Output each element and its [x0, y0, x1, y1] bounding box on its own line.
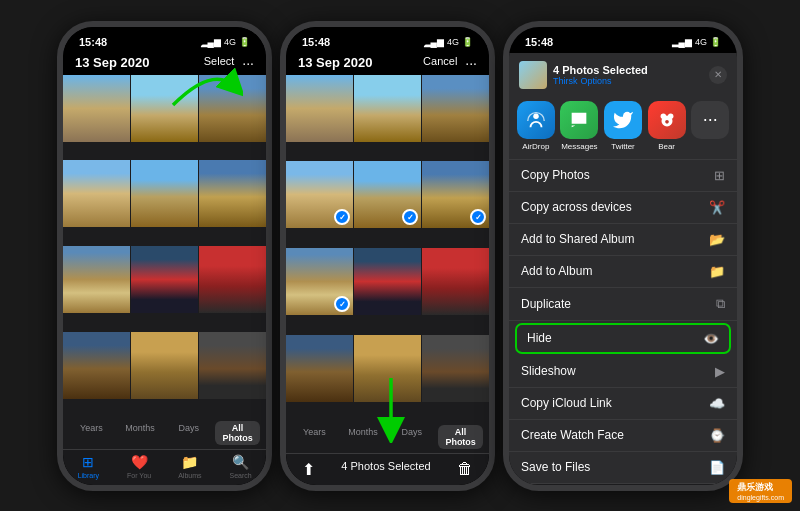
app-icons-row: AirDrop Messages Twitter — [509, 93, 737, 160]
status-icons-2: ▂▄▆ 4G 🔋 — [424, 37, 473, 47]
nav-tab-allphotos-2[interactable]: All Photos — [438, 425, 483, 449]
duplicate-label: Duplicate — [521, 297, 571, 311]
cancel-button-2[interactable]: Cancel — [423, 55, 457, 71]
select-button-1[interactable]: Select — [204, 55, 235, 71]
4g-label-3: 4G — [695, 37, 707, 47]
battery-icon-3: 🔋 — [710, 37, 721, 47]
menu-copy-across-devices[interactable]: Copy across devices ✂️ — [509, 192, 737, 224]
photo-cell-1-10[interactable] — [63, 332, 130, 399]
menu-copy-photos[interactable]: Copy Photos ⊞ — [509, 160, 737, 192]
photo-cell-1-7[interactable] — [63, 246, 130, 313]
app-icon-messages[interactable]: Messages — [559, 101, 601, 151]
photo-cell-2-2[interactable] — [354, 75, 421, 142]
nav-tab-months-2[interactable]: Months — [341, 425, 386, 449]
photos-header-1: 13 Sep 2020 Select ··· — [63, 53, 266, 75]
photo-cell-2-12[interactable] — [422, 335, 489, 402]
photo-cell-2-5[interactable] — [354, 161, 421, 228]
share-menu-list: Copy Photos ⊞ Copy across devices ✂️ Add… — [509, 160, 737, 484]
phone-2-inner: 15:48 ▂▄▆ 4G 🔋 13 Sep 2020 Cancel ··· — [286, 27, 489, 485]
share-subtitle-options[interactable]: Options — [581, 76, 612, 86]
app-icon-twitter[interactable]: Twitter — [602, 101, 644, 151]
photo-cell-1-4[interactable] — [63, 160, 130, 227]
main-container: 15:48 ▂▄▆ 4G 🔋 13 Sep 2020 Select ··· — [49, 11, 751, 501]
photo-cell-1-1[interactable] — [63, 75, 130, 142]
check-4 — [334, 209, 350, 225]
hide-label: Hide — [527, 331, 552, 345]
phone-2: 15:48 ▂▄▆ 4G 🔋 13 Sep 2020 Cancel ··· — [280, 21, 495, 491]
nav-tab-years-2[interactable]: Years — [292, 425, 337, 449]
more-button-1[interactable]: ··· — [242, 55, 254, 71]
photo-cell-2-1[interactable] — [286, 75, 353, 142]
photo-cell-2-9[interactable] — [422, 248, 489, 315]
save-files-icon: 📄 — [709, 460, 725, 475]
photo-cell-1-11[interactable] — [131, 332, 198, 399]
status-icons-3: ▂▄▆ 4G 🔋 — [672, 37, 721, 47]
photo-cell-1-2[interactable] — [131, 75, 198, 142]
save-files-label: Save to Files — [521, 460, 590, 474]
foryou-icon: ❤️ — [131, 454, 148, 470]
photo-cell-2-8[interactable] — [354, 248, 421, 315]
check-5 — [402, 209, 418, 225]
share-subtitle-thirsk[interactable]: Thirsk — [553, 76, 578, 86]
photo-cell-2-3[interactable] — [422, 75, 489, 142]
delete-icon[interactable]: 🗑 — [457, 460, 473, 479]
nav-tab-allphotos[interactable]: All Photos — [215, 421, 260, 445]
svg-point-3 — [667, 113, 673, 119]
nav-tab-days-2[interactable]: Days — [390, 425, 435, 449]
app-icon-bear[interactable]: Bear — [646, 101, 688, 151]
albums-icon: 📁 — [181, 454, 198, 470]
menu-hide[interactable]: Hide 👁️ — [515, 323, 731, 354]
menu-slideshow[interactable]: Slideshow ▶ — [509, 356, 737, 388]
nav-item-foryou[interactable]: ❤️ For You — [114, 454, 165, 479]
status-time-1: 15:48 — [79, 36, 107, 48]
share-subtitle-row: Thirsk Options — [553, 76, 648, 86]
messages-label: Messages — [561, 142, 597, 151]
nav-item-search[interactable]: 🔍 Search — [215, 454, 266, 479]
watermark-subtext: dinglegifts.com — [737, 494, 784, 501]
notch-1 — [125, 27, 205, 49]
photo-cell-2-4[interactable] — [286, 161, 353, 228]
app-icon-airdrop[interactable]: AirDrop — [515, 101, 557, 151]
photo-cell-1-5[interactable] — [131, 160, 198, 227]
nav-tab-months[interactable]: Months — [118, 421, 163, 445]
share-close-button[interactable]: ✕ — [709, 66, 727, 84]
more-apps-icon: ··· — [691, 101, 729, 139]
nav-tab-years[interactable]: Years — [69, 421, 114, 445]
more-button-2[interactable]: ··· — [465, 55, 477, 71]
menu-add-shared-album[interactable]: Add to Shared Album 📂 — [509, 224, 737, 256]
battery-icon-1: 🔋 — [239, 37, 250, 47]
nav-tab-days[interactable]: Days — [167, 421, 212, 445]
menu-save-files[interactable]: Save to Files 📄 — [509, 452, 737, 484]
phone-3-inner: 15:48 ▂▄▆ 4G 🔋 4 Photos Selected — [509, 27, 737, 485]
share-header: 4 Photos Selected Thirsk Options ✕ — [509, 53, 737, 93]
menu-add-album[interactable]: Add to Album 📁 — [509, 256, 737, 288]
share-icon[interactable]: ⬆ — [302, 460, 315, 479]
airdrop-label: AirDrop — [522, 142, 549, 151]
nav-item-albums[interactable]: 📁 Albums — [165, 454, 216, 479]
menu-watch-face[interactable]: Create Watch Face ⌚ — [509, 420, 737, 452]
photo-cell-2-6[interactable] — [422, 161, 489, 228]
4g-icon-1: 4G — [224, 37, 236, 47]
photo-cell-2-10[interactable] — [286, 335, 353, 402]
phone-1: 15:48 ▂▄▆ 4G 🔋 13 Sep 2020 Select ··· — [57, 21, 272, 491]
library-label: Library — [78, 472, 99, 479]
menu-duplicate[interactable]: Duplicate ⧉ — [509, 288, 737, 321]
photo-cell-1-6[interactable] — [199, 160, 266, 227]
messages-icon — [560, 101, 598, 139]
photo-cell-2-7[interactable] — [286, 248, 353, 315]
watch-face-label: Create Watch Face — [521, 428, 624, 442]
library-icon: ⊞ — [82, 454, 94, 470]
photo-grid-1 — [63, 75, 266, 417]
photo-cell-1-12[interactable] — [199, 332, 266, 399]
menu-icloud-link[interactable]: Copy iCloud Link ☁️ — [509, 388, 737, 420]
share-title: 4 Photos Selected — [553, 64, 648, 76]
photo-cell-1-8[interactable] — [131, 246, 198, 313]
bear-icon — [648, 101, 686, 139]
photo-cell-1-9[interactable] — [199, 246, 266, 313]
nav-item-library[interactable]: ⊞ Library — [63, 454, 114, 479]
signal-icon-3: ▂▄▆ — [672, 37, 692, 47]
app-icon-more[interactable]: ··· — [689, 101, 731, 151]
share-thumbnail — [519, 61, 547, 89]
photo-cell-2-11[interactable] — [354, 335, 421, 402]
photo-cell-1-3[interactable] — [199, 75, 266, 142]
